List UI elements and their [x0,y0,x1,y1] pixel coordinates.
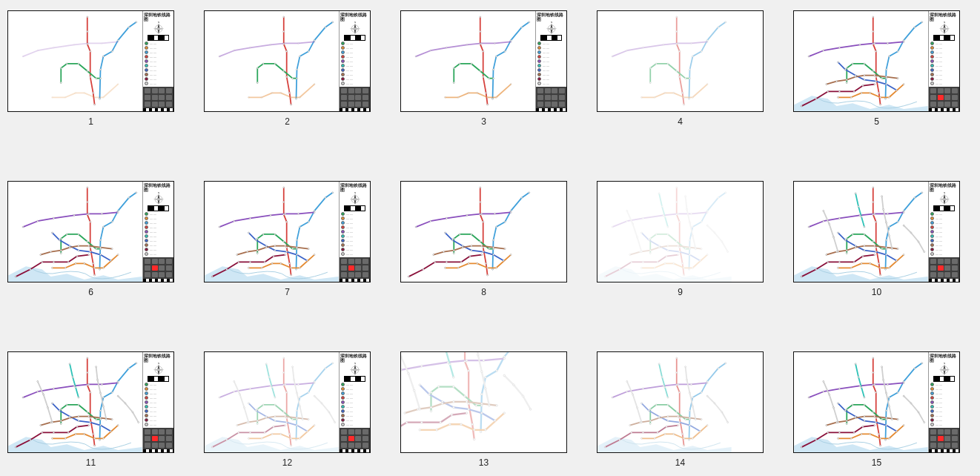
svg-point-792 [649,423,651,425]
svg-point-750 [404,412,406,414]
svg-point-822 [658,416,660,417]
legend-keypad [143,257,173,279]
svg-point-67 [219,56,220,57]
svg-point-177 [870,92,871,93]
svg-point-157 [875,76,877,78]
svg-point-626 [283,384,285,386]
svg-point-586 [67,432,69,433]
svg-point-824 [679,422,681,423]
svg-point-927 [918,411,919,413]
svg-point-17 [66,63,67,65]
svg-point-95 [480,70,481,72]
svg-point-466 [727,251,729,253]
svg-point-93 [459,63,460,65]
svg-point-768 [481,371,483,373]
svg-point-483 [885,268,887,270]
svg-point-185 [874,42,875,44]
legend-title: 深圳地铁线路图 [143,352,173,363]
svg-point-356 [468,262,469,264]
thumbnail[interactable]: 深圳地铁线路图 N — —— —— —— —— —— —— —— —— —— — [597,10,764,112]
svg-point-323 [247,251,248,253]
thumbnail[interactable]: 深圳地铁线路图 N — —— —— —— —— —— —— —— —— —— — [7,10,174,112]
thumbnail[interactable]: 深圳地铁线路图 N — —— —— —— —— —— —— —— —— —— — [597,181,764,282]
svg-point-867 [886,410,887,411]
svg-point-426 [690,213,692,214]
svg-point-808 [642,388,643,389]
svg-point-298 [291,267,292,268]
svg-point-804 [692,437,693,439]
svg-point-671 [297,425,298,426]
thumbnail[interactable]: 深圳地铁线路图 N — —— —— —— —— —— —— —— —— —— — [400,10,567,112]
scale-bar-icon [540,35,562,41]
svg-point-401 [718,197,719,199]
svg-point-478 [914,197,916,199]
svg-point-873 [873,411,874,413]
svg-point-849 [714,403,715,404]
svg-point-102 [487,96,489,98]
svg-point-165 [886,69,887,70]
svg-point-122 [725,22,726,23]
svg-point-620 [138,422,139,423]
thumbnail[interactable]: 深圳地铁线路图 N — —— —— —— —— —— —— —— —— —— — [204,181,371,282]
svg-point-733 [466,360,468,362]
svg-point-587 [76,426,78,428]
svg-point-393 [676,187,678,188]
svg-point-13 [100,69,102,70]
svg-point-811 [690,383,692,385]
svg-text:N: N [550,22,552,24]
svg-point-882 [903,425,904,426]
svg-point-441 [699,260,701,261]
thumbnail[interactable]: 深圳地铁线路图 N — —— —— —— —— —— —— —— —— —— — [204,10,371,112]
svg-point-842 [640,422,642,423]
svg-point-872 [864,404,865,406]
svg-point-366 [494,213,495,214]
thumbnail[interactable]: 深圳地铁线路图 N — —— —— —— —— —— —— —— —— —— — [400,181,567,282]
thumbnail[interactable]: 深圳地铁线路图 N — —— —— —— —— —— —— —— —— —— — [400,351,567,453]
svg-point-121 [683,104,685,105]
thumbnail[interactable]: 深圳地铁线路图 N — —— —— —— —— —— —— —— —— —— — [204,351,371,453]
thumbnail[interactable]: 深圳地铁线路图 N — —— —— —— —— —— —— —— —— —— — [597,351,764,453]
svg-point-487 [864,234,865,235]
svg-point-635 [299,397,300,398]
legend-panel: 深圳地铁线路图 N — —— —— —— —— —— —— —— —— —— — [339,11,370,111]
thumbnail[interactable]: 深圳地铁线路图 N — —— —— —— —— —— —— —— —— —— — [7,351,174,453]
svg-point-697 [334,422,336,423]
svg-point-607 [78,397,79,398]
compass-rose-icon: N [344,192,366,205]
thumbnail-caption: 7 [285,287,290,297]
thumbnail[interactable]: 深圳地铁线路图 N — —— —— —— —— —— —— —— —— —— — [793,181,960,282]
svg-point-338 [486,262,487,264]
legend-footer-stripe [143,108,173,111]
svg-point-749 [494,420,496,422]
svg-point-107 [446,47,447,48]
svg-point-164 [888,56,890,57]
thumbnail[interactable]: 深圳地铁线路图 N — —— —— —— —— —— —— —— —— —— — [7,181,174,282]
svg-point-46 [332,22,334,23]
svg-point-141 [692,96,693,98]
svg-point-718 [453,386,455,388]
thumbnail[interactable]: 深圳地铁线路图 N — —— —— —— —— —— —— —— —— —— — [793,10,960,112]
svg-point-869 [846,423,847,425]
svg-point-878 [861,433,862,434]
thumbnail[interactable]: 深圳地铁线路图 N — —— —— —— —— —— —— —— —— —— — [793,351,960,453]
svg-point-456 [637,237,638,238]
svg-point-744 [428,393,431,395]
svg-point-651 [314,425,315,426]
svg-point-2 [87,31,88,33]
svg-point-123 [718,27,719,28]
svg-point-618 [125,403,126,404]
svg-point-108 [466,44,468,45]
svg-point-255 [51,232,53,234]
svg-point-757 [496,405,498,407]
svg-point-568 [51,437,53,439]
svg-point-876 [837,437,838,439]
svg-point-421 [612,226,613,228]
svg-point-584 [42,432,43,433]
legend-keypad [340,257,370,279]
svg-point-710 [503,356,506,358]
svg-point-73 [314,41,315,42]
legend-footer-stripe [536,108,566,111]
svg-point-348 [453,238,454,239]
svg-point-893 [838,432,840,433]
svg-point-785 [725,363,726,364]
